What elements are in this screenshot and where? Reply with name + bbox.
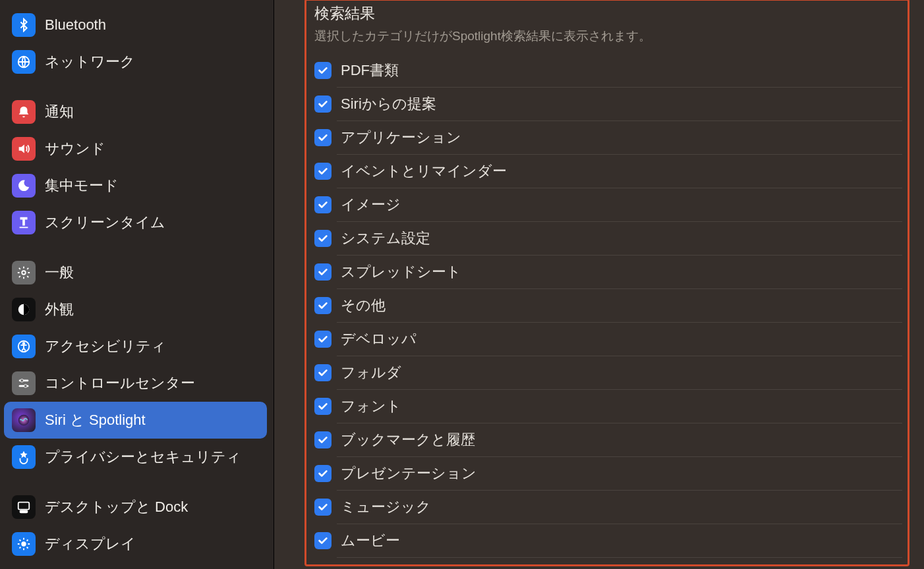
category-row[interactable]: プレゼンテーション (312, 457, 902, 490)
category-label: フォルダ (341, 363, 401, 383)
category-row[interactable]: システム設定 (312, 222, 902, 255)
privacy-icon (12, 445, 36, 469)
panel-title: 検索結果 (314, 3, 900, 24)
appearance-icon (12, 298, 36, 321)
category-row[interactable]: イメージ (312, 188, 902, 221)
category-label: イベントとリマインダー (341, 161, 507, 181)
svg-point-7 (20, 379, 24, 383)
desktop-icon (12, 495, 36, 519)
sidebar-item-label: 一般 (45, 263, 74, 283)
category-row[interactable]: メールとメッセージ (312, 558, 902, 566)
checkbox[interactable] (314, 331, 332, 348)
sidebar-item-sound[interactable]: サウンド (4, 130, 267, 167)
checkbox[interactable] (314, 263, 332, 281)
checkbox[interactable] (314, 398, 332, 415)
sidebar-item-label: デスクトップと Dock (45, 497, 188, 517)
category-row[interactable]: アプリケーション (312, 121, 902, 154)
checkbox[interactable] (314, 364, 332, 381)
sidebar-item-bluetooth[interactable]: Bluetooth (4, 7, 267, 43)
category-checklist: PDF書類Siriからの提案アプリケーションイベントとリマインダーイメージシステ… (312, 54, 902, 566)
category-row[interactable]: スプレッドシート (312, 256, 902, 288)
display-icon (12, 532, 36, 556)
category-row[interactable]: フォント (312, 390, 902, 423)
category-row[interactable]: ブックマークと履歴 (312, 423, 902, 456)
sidebar-item-siri[interactable]: Siri と Spotlight (4, 402, 267, 439)
sidebar-item-notifications[interactable]: 通知 (4, 94, 267, 130)
sidebar-item-label: コントロールセンター (45, 373, 195, 393)
sidebar-item-label: Siri と Spotlight (45, 410, 146, 430)
category-label: スプレッドシート (341, 262, 461, 282)
access-icon (12, 335, 36, 358)
checkbox[interactable] (314, 196, 332, 213)
svg-point-8 (24, 385, 27, 388)
category-label: ブックマークと履歴 (341, 430, 475, 450)
control-icon (12, 371, 36, 395)
category-label: PDF書類 (341, 61, 399, 80)
svg-rect-10 (18, 502, 30, 510)
sidebar-item-screentime[interactable]: スクリーンタイム (4, 204, 267, 241)
checkbox[interactable] (314, 465, 332, 482)
category-label: Siriからの提案 (341, 94, 436, 114)
sidebar-item-privacy[interactable]: プライバシーとセキュリティ (4, 439, 267, 475)
sidebar-item-focus[interactable]: 集中モード (4, 167, 267, 204)
checkbox[interactable] (314, 431, 332, 448)
main-content: 検索結果 選択したカテゴリだけがSpotlight検索結果に表示されます。 PD… (274, 0, 924, 569)
panel-header: 検索結果 選択したカテゴリだけがSpotlight検索結果に表示されます。 (312, 2, 902, 54)
bluetooth-icon (12, 13, 36, 37)
checkbox[interactable] (314, 163, 332, 180)
sidebar-item-label: ネットワーク (45, 52, 135, 72)
focus-icon (12, 174, 36, 198)
sidebar-item-label: Bluetooth (45, 16, 106, 34)
sidebar-item-accessibility[interactable]: アクセシビリティ (4, 328, 267, 365)
category-label: イメージ (341, 195, 401, 215)
screentime-icon (12, 211, 36, 234)
category-row[interactable]: その他 (312, 289, 902, 322)
network-icon (12, 50, 36, 74)
sidebar-item-label: プライバシーとセキュリティ (45, 447, 241, 467)
svg-point-4 (23, 342, 25, 344)
search-results-panel: 検索結果 選択したカテゴリだけがSpotlight検索結果に表示されます。 PD… (304, 0, 910, 566)
sidebar-group: デスクトップと Dockディスプレイ (4, 489, 267, 562)
sidebar-item-label: 外観 (45, 300, 74, 319)
checkbox[interactable] (314, 499, 332, 516)
checkbox[interactable] (314, 532, 332, 549)
sidebar-item-display[interactable]: ディスプレイ (4, 526, 267, 562)
checkbox[interactable] (314, 95, 332, 113)
checkbox[interactable] (314, 62, 332, 79)
checkbox[interactable] (314, 129, 332, 146)
sidebar-group: 一般外観アクセシビリティコントロールセンターSiri と Spotlightプラ… (4, 254, 267, 475)
sidebar-item-label: スクリーンタイム (45, 213, 165, 232)
sidebar-item-label: サウンド (45, 139, 105, 159)
svg-point-1 (22, 271, 26, 275)
category-row[interactable]: PDF書類 (312, 54, 902, 87)
category-row[interactable]: Siriからの提案 (312, 88, 902, 121)
category-label: その他 (341, 296, 386, 315)
category-label: アプリケーション (341, 128, 461, 148)
sidebar-item-label: 集中モード (45, 176, 119, 196)
category-row[interactable]: デベロッパ (312, 323, 902, 356)
sound-icon (12, 137, 36, 161)
sidebar-group: Bluetoothネットワーク (4, 7, 267, 80)
checkbox[interactable] (314, 230, 332, 247)
sidebar-item-controlcenter[interactable]: コントロールセンター (4, 365, 267, 402)
sidebar-group: 通知サウンド集中モードスクリーンタイム (4, 94, 267, 241)
sidebar-item-network[interactable]: ネットワーク (4, 43, 267, 80)
sidebar-item-desktop[interactable]: デスクトップと Dock (4, 489, 267, 526)
category-row[interactable]: イベントとリマインダー (312, 155, 902, 188)
category-label: ミュージック (341, 497, 431, 517)
svg-point-12 (21, 541, 26, 546)
category-label: フォント (341, 396, 401, 416)
sidebar-item-label: ディスプレイ (45, 534, 136, 554)
siri-icon (12, 408, 36, 432)
panel-subtitle: 選択したカテゴリだけがSpotlight検索結果に表示されます。 (314, 28, 900, 45)
checkbox[interactable] (314, 297, 332, 314)
category-row[interactable]: フォルダ (312, 356, 902, 389)
checkbox[interactable] (314, 566, 332, 566)
sidebar-item-appearance[interactable]: 外観 (4, 291, 267, 328)
sidebar-item-general[interactable]: 一般 (4, 254, 267, 291)
category-label: デベロッパ (341, 329, 417, 349)
category-row[interactable]: ミュージック (312, 491, 902, 524)
sidebar: Bluetoothネットワーク通知サウンド集中モードスクリーンタイム一般外観アク… (0, 0, 274, 569)
general-icon (12, 261, 36, 284)
category-row[interactable]: ムービー (312, 524, 902, 557)
